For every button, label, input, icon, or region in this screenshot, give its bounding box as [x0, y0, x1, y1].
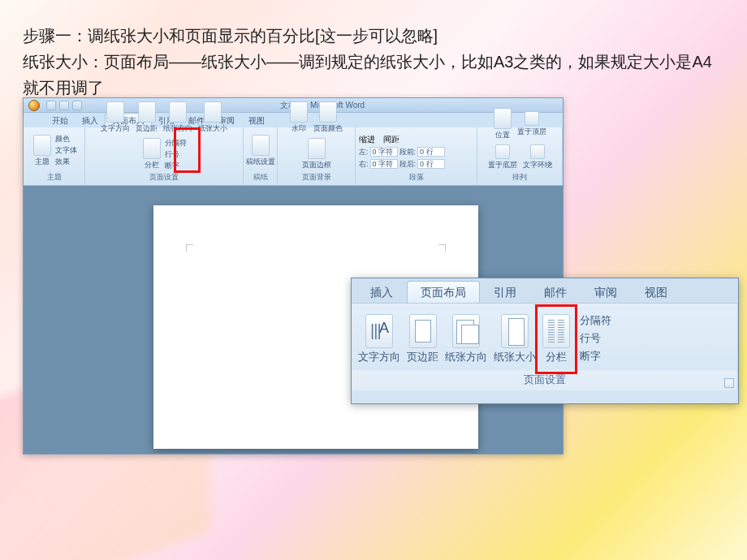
- themes-button[interactable]: 主题: [32, 134, 53, 168]
- group-page-bg: 水印 页面颜色 页面边框 页面背景: [278, 127, 356, 185]
- zoom-hyphenation-button[interactable]: 断字: [580, 349, 728, 364]
- group-page-setup: 文字方向 页边距 纸张方向 纸张大小 分栏 分隔符 行号 断字 页面设置: [85, 127, 244, 185]
- zoom-margins-button[interactable]: 页边距: [405, 312, 440, 364]
- send-back-button[interactable]: 置于底层: [486, 144, 519, 171]
- text-wrap-icon: [530, 144, 545, 159]
- group-label-page-setup: 页面设置: [89, 171, 240, 183]
- qat-undo-icon[interactable]: [59, 101, 69, 110]
- qat-save-icon[interactable]: [46, 101, 56, 110]
- group-label-paragraph: 段落: [359, 171, 473, 183]
- zoom-tab-review[interactable]: 审阅: [581, 281, 631, 303]
- theme-effects[interactable]: 效果: [55, 157, 77, 167]
- instruction-text: 步骤一：调纸张大小和页面显示的百分比[这一步可以忽略] 纸张大小：页面布局——纸…: [0, 0, 747, 107]
- indent-right-label: 右:: [359, 159, 369, 170]
- text-direction-icon: [106, 101, 124, 123]
- page-color-button[interactable]: 页面颜色: [312, 101, 344, 135]
- page-size-button[interactable]: 纸张大小: [196, 101, 229, 135]
- page-borders-icon: [308, 138, 326, 159]
- indent-right-input[interactable]: 0 字符: [370, 159, 398, 169]
- zoom-orientation-button[interactable]: 纸张方向: [443, 312, 489, 364]
- text-direction-icon: [365, 314, 393, 348]
- group-manuscript: 稿纸设置 稿纸: [244, 127, 278, 185]
- indent-left-label: 左:: [359, 147, 369, 157]
- orientation-icon: [169, 101, 187, 123]
- manuscript-icon: [252, 135, 270, 156]
- watermark-icon: [290, 101, 308, 123]
- tab-home[interactable]: 开始: [45, 113, 76, 127]
- zoom-tab-view[interactable]: 视图: [631, 281, 681, 303]
- orientation-icon: [452, 314, 480, 348]
- zoom-tab-mailings[interactable]: 邮件: [530, 281, 581, 303]
- tab-view[interactable]: 视图: [241, 113, 272, 127]
- dialog-launcher-icon[interactable]: [724, 378, 734, 388]
- theme-options: 颜色 文字体 效果: [55, 134, 77, 167]
- spacing-before-input[interactable]: 0 行: [417, 147, 445, 157]
- indent-left-input[interactable]: 0 字符: [370, 147, 398, 157]
- themes-icon: [33, 135, 51, 156]
- margins-icon: [138, 101, 156, 123]
- page-size-icon: [501, 314, 529, 348]
- spacing-before-label: 段前:: [399, 147, 417, 157]
- page-borders-button[interactable]: 页面边框: [300, 137, 333, 171]
- highlight-page-size-small: [174, 127, 201, 173]
- group-label-page-bg: 页面背景: [281, 171, 352, 183]
- group-arrange: 位置 置于顶层 置于底层 文字环绕 排列: [477, 127, 563, 185]
- caption-line-2: 纸张大小：页面布局——纸张大小——调到规定的纸张大小，比如A3之类的，如果规定大…: [23, 49, 724, 101]
- group-theme: 主题 颜色 文字体 效果 主题: [24, 127, 85, 185]
- quick-access-toolbar: [46, 101, 82, 110]
- ribbon: 主题 颜色 文字体 效果 主题 文字方向 页边距 纸张方向 纸张大小 分栏 分隔…: [24, 127, 563, 186]
- group-label-arrange: 排列: [481, 171, 559, 183]
- theme-fonts[interactable]: 文字体: [55, 145, 77, 156]
- caption-line-1: 步骤一：调纸张大小和页面显示的百分比[这一步可以忽略]: [23, 23, 724, 49]
- theme-colors[interactable]: 颜色: [55, 134, 77, 144]
- zoom-line-numbers-button[interactable]: 行号: [580, 331, 728, 346]
- indent-heading: 缩进: [359, 134, 375, 145]
- margins-icon: [409, 314, 437, 348]
- zoom-side-list: 分隔符 行号 断字: [575, 310, 732, 367]
- bring-front-icon: [525, 111, 539, 126]
- ribbon-zoom-callout: 插入 页面布局 引用 邮件 审阅 视图 文字方向 页边距 纸张方向 纸张大小 分…: [351, 278, 739, 404]
- text-direction-button[interactable]: 文字方向: [99, 101, 132, 135]
- margins-button[interactable]: 页边距: [134, 101, 159, 135]
- page-color-icon: [319, 101, 337, 123]
- group-label-manuscript: 稿纸: [247, 171, 274, 183]
- watermark-button[interactable]: 水印: [288, 101, 309, 135]
- zoom-tab-insert[interactable]: 插入: [356, 281, 407, 303]
- zoom-text-direction-button[interactable]: 文字方向: [356, 312, 402, 364]
- zoom-tab-references[interactable]: 引用: [480, 281, 530, 303]
- office-button[interactable]: [24, 98, 45, 113]
- columns-icon: [143, 138, 161, 159]
- position-button[interactable]: 位置: [492, 107, 513, 141]
- office-orb-icon: [28, 100, 40, 111]
- zoom-breaks-button[interactable]: 分隔符: [580, 313, 728, 328]
- spacing-after-input[interactable]: 0 行: [417, 159, 445, 169]
- group-label-theme: 主题: [27, 171, 81, 183]
- send-back-icon: [495, 144, 510, 159]
- highlight-page-size-large: [535, 304, 577, 374]
- position-icon: [494, 108, 512, 129]
- group-paragraph: 缩进 间距 左: 0 字符 段前: 0 行 右: 0 字符 段后: 0 行 段落: [356, 127, 477, 185]
- columns-button[interactable]: 分栏: [141, 137, 162, 171]
- page-size-icon: [204, 101, 222, 123]
- qat-redo-icon[interactable]: [72, 101, 82, 110]
- bring-front-button[interactable]: 置于顶层: [516, 110, 548, 138]
- text-wrap-button[interactable]: 文字环绕: [521, 144, 554, 171]
- spacing-after-label: 段后:: [399, 159, 417, 170]
- manuscript-button[interactable]: 稿纸设置: [244, 134, 277, 168]
- spacing-heading: 间距: [383, 134, 399, 145]
- zoom-tabs: 插入 页面布局 引用 邮件 审阅 视图: [352, 278, 738, 303]
- zoom-tab-page-layout[interactable]: 页面布局: [407, 281, 480, 303]
- zoom-page-size-button[interactable]: 纸张大小: [492, 312, 538, 364]
